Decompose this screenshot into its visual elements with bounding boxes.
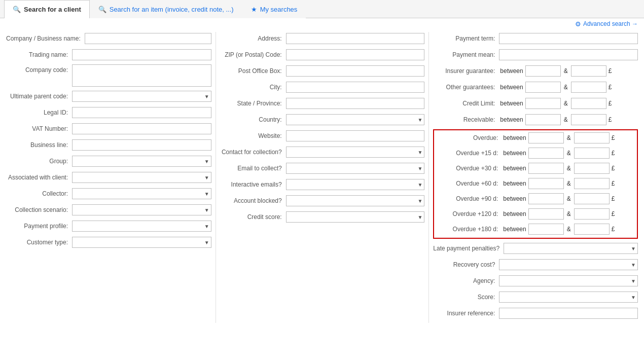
middle-column: Address: ZIP (or Postal) Code: Post Offi…: [216, 32, 429, 323]
account-blocked-label: Account blocked?: [220, 197, 286, 204]
insurer-guarantee-label: Insurer guarantee:: [433, 67, 499, 75]
business-line-input[interactable]: [72, 139, 211, 151]
insurer-guarantee-from[interactable]: [525, 65, 561, 77]
other-guarantees-row: Other guarantees: between & £: [433, 81, 638, 94]
company-business-name-input[interactable]: [85, 33, 211, 44]
overdue-to[interactable]: [574, 132, 610, 143]
overdue-from[interactable]: [528, 132, 564, 143]
country-select[interactable]: [286, 114, 425, 125]
overdue-fields: between & £: [502, 132, 635, 143]
overdue-15-label: Overdue +15 d:: [436, 150, 502, 157]
company-code-label: Company code:: [6, 64, 72, 74]
overdue-60-from[interactable]: [528, 178, 564, 189]
late-payment-penalties-label: Late payment penalties?: [433, 245, 504, 252]
collector-select[interactable]: [72, 188, 211, 199]
tab-search-item[interactable]: 🔍 Search for an item (invoice, credit no…: [90, 0, 242, 18]
company-code-input[interactable]: [72, 64, 211, 87]
recovery-cost-label: Recovery cost?: [433, 261, 499, 268]
overdue-120-from[interactable]: [528, 208, 564, 220]
vat-number-input[interactable]: [72, 123, 211, 134]
zip-code-input[interactable]: [286, 49, 425, 60]
email-to-collect-select[interactable]: [286, 163, 425, 174]
collection-scenario-select[interactable]: [72, 204, 211, 215]
tab-my-searches[interactable]: ★ My searches: [242, 0, 306, 18]
collector-row: Collector: ▼: [6, 187, 211, 200]
credit-limit-fields: between & £: [499, 98, 638, 109]
zip-code-label: ZIP (or Postal) Code:: [220, 51, 286, 58]
receivable-from[interactable]: [525, 114, 561, 125]
trading-name-input[interactable]: [72, 49, 211, 60]
legal-id-input[interactable]: [72, 107, 211, 118]
other-guarantees-fields: between & £: [499, 82, 638, 93]
address-input[interactable]: [286, 33, 425, 44]
payment-term-input[interactable]: [499, 33, 638, 44]
ultimate-parent-code-select[interactable]: [72, 91, 211, 102]
insurer-guarantee-fields: between & £: [499, 65, 638, 77]
overdue-30-fields: between & £: [502, 163, 635, 174]
credit-score-select[interactable]: [286, 211, 425, 223]
overdue-180-from[interactable]: [528, 224, 564, 235]
insurer-guarantee-to[interactable]: [571, 65, 606, 77]
star-icon: ★: [251, 6, 257, 13]
contact-for-collection-select[interactable]: [286, 147, 425, 158]
zip-code-row: ZIP (or Postal) Code:: [220, 48, 425, 61]
state-province-row: State / Province:: [220, 97, 425, 110]
overdue-30-to[interactable]: [574, 163, 610, 174]
score-select[interactable]: [499, 292, 638, 303]
overdue-30-row: Overdue +30 d: between & £: [436, 162, 635, 175]
customer-type-select[interactable]: [72, 237, 211, 248]
account-blocked-row: Account blocked? ▼: [220, 194, 425, 207]
ultimate-parent-code-row: Ultimate parent code: ▼: [6, 90, 211, 103]
customer-type-row: Customer type: ▼: [6, 236, 211, 249]
payment-profile-label: Payment profile:: [6, 223, 72, 230]
website-input[interactable]: [286, 130, 425, 141]
collector-wrapper: ▼: [72, 188, 211, 199]
associated-with-client-select[interactable]: [72, 172, 211, 183]
recovery-cost-row: Recovery cost? ▼: [433, 258, 638, 271]
state-province-input[interactable]: [286, 98, 425, 109]
recovery-cost-select[interactable]: [499, 259, 638, 270]
other-guarantees-to[interactable]: [571, 82, 606, 93]
insurer-reference-input[interactable]: [499, 308, 638, 319]
credit-limit-from[interactable]: [525, 98, 561, 109]
agency-row: Agency: ▼: [433, 274, 638, 287]
company-business-name-row: Company / Business name:: [6, 32, 211, 45]
account-blocked-select[interactable]: [286, 195, 425, 206]
city-label: City:: [220, 84, 286, 91]
group-select[interactable]: [72, 156, 211, 167]
payment-mean-label: Payment mean:: [433, 51, 499, 58]
interactive-emails-select[interactable]: [286, 179, 425, 190]
overdue-90-fields: between & £: [502, 193, 635, 204]
receivable-to[interactable]: [571, 114, 606, 125]
other-guarantees-from[interactable]: [525, 82, 561, 93]
search-icon-item: 🔍: [98, 6, 106, 13]
overdue-15-to[interactable]: [574, 148, 610, 159]
overdue-30-from[interactable]: [528, 163, 564, 174]
contact-for-collection-label: Contact for collection?: [220, 149, 286, 156]
overdue-90-to[interactable]: [574, 193, 610, 204]
overdue-60-to[interactable]: [574, 178, 610, 189]
payment-profile-select[interactable]: [72, 221, 211, 232]
overdue-120-fields: between & £: [502, 208, 635, 220]
receivable-label: Receivable:: [433, 116, 499, 123]
late-payment-penalties-select[interactable]: [504, 243, 638, 254]
overdue-90-label: Overdue +90 d:: [436, 195, 502, 202]
tab-search-client[interactable]: 🔍 Search for a client: [4, 0, 90, 18]
country-wrapper: ▼: [286, 114, 425, 125]
overdue-15-from[interactable]: [528, 148, 564, 159]
payment-mean-input[interactable]: [499, 49, 638, 60]
interactive-emails-wrapper: ▼: [286, 179, 425, 190]
legal-id-row: Legal ID:: [6, 106, 211, 119]
post-office-box-input[interactable]: [286, 65, 425, 77]
city-input[interactable]: [286, 82, 425, 93]
agency-select[interactable]: [499, 275, 638, 286]
agency-wrapper: ▼: [499, 275, 638, 286]
advanced-search-link[interactable]: ⚙ Advanced search →: [0, 18, 644, 32]
credit-score-label: Credit score:: [220, 213, 286, 221]
credit-limit-to[interactable]: [571, 98, 606, 109]
overdue-180-to[interactable]: [574, 224, 610, 235]
group-row: Group: ▼: [6, 155, 211, 168]
state-province-label: State / Province:: [220, 100, 286, 107]
overdue-120-to[interactable]: [574, 208, 610, 220]
overdue-90-from[interactable]: [528, 193, 564, 204]
